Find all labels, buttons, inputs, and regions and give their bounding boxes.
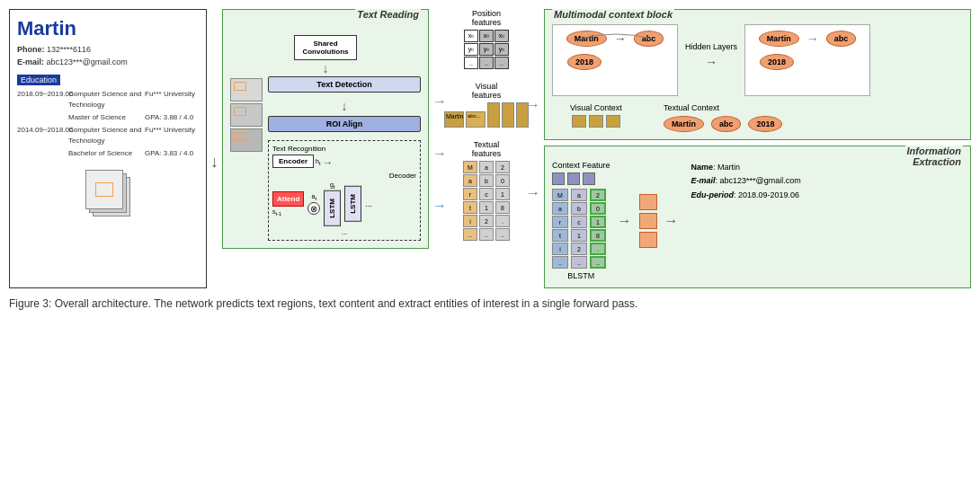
arrow-to-txt: → (432, 198, 447, 214)
vc-sq-3 (606, 115, 620, 128)
tc-node-abc: abc (711, 116, 742, 132)
vis-rect-1 (487, 102, 500, 128)
at-label: at (312, 193, 317, 201)
pos-cell-8: .. (479, 57, 494, 69)
info-extraction-block: Information Extraction Context Feature (544, 146, 971, 288)
arrow-to-multimodal: → (526, 97, 540, 113)
edu-val: : 2018.09-2019.06 (734, 190, 799, 199)
pos-cell-4: y₀ (464, 43, 478, 56)
vc-sq-1 (572, 115, 586, 128)
arrow-down-det: ↓ (268, 99, 421, 113)
textual-features-section: Textual features M a r t i .. a b c 1 (450, 140, 522, 241)
position-features-section: Position features x₀ x₀ x₀ y₀ y₀ y₀ .. .… (450, 9, 522, 69)
node-2018-2: 2018 (760, 54, 794, 70)
phone-label: Phone: (17, 45, 45, 54)
shared-conv-box: Shared Convolutions (294, 35, 357, 60)
position-features-grid: x₀ x₀ x₀ y₀ y₀ y₀ .. .. .. (464, 30, 509, 69)
arrow-hidden: → (705, 55, 717, 69)
output-email: E-mail: abc123***@gmail.com (691, 174, 801, 188)
email-bold: E-mail (691, 176, 716, 185)
blstm-rect-1 (639, 194, 657, 210)
mid-arrows: → → → (432, 9, 447, 288)
blstm-label: BLSTM (552, 271, 610, 280)
arrow-down-1: ↓ (210, 153, 218, 172)
figure-caption-text: Figure 3: Overall architecture. The netw… (9, 297, 637, 310)
figure-caption: Figure 3: Overall architecture. The netw… (9, 296, 971, 312)
edu-table: 2018.09~2019.06 Computer Science and Tec… (17, 89, 199, 159)
hidden-layers-label: Hidden Layers (685, 42, 737, 51)
email-val: : abc123***@gmail.com (716, 176, 801, 185)
visual-context-label: Visual Context (570, 103, 622, 112)
arrow-down-2: ↓ (323, 62, 329, 75)
pos-cell-3: x₀ (494, 30, 509, 42)
ellipsis-lstm: ... (365, 199, 372, 208)
arrow-to-output: → (664, 213, 679, 229)
textual-features-cols: M a r t i .. a b c 1 2 .. (463, 161, 510, 241)
blstm-rect-2 (639, 213, 657, 229)
right-section: Multimodal context block Martin → abc 20… (544, 9, 971, 288)
graph-1: Martin → abc 2018 (552, 24, 678, 96)
edu-row-2: 2014.09~2018.06 Computer Science and Tec… (17, 125, 199, 146)
right-arrows: → → (526, 9, 540, 288)
edu-school-1: Fu*** University (145, 89, 199, 110)
output-edu: Edu-period: 2018.09-2019.06 (691, 189, 801, 202)
node-martin-1: Martin (566, 31, 607, 47)
visual-features-items: Martin abc... (444, 102, 529, 128)
visual-features-section: Visual features Martin abc... (450, 82, 522, 128)
char-col-2: a b c 1 2 .. (571, 189, 587, 269)
txt-col-3: 2 0 1 8 . .. (495, 161, 510, 241)
char-columns: M a r t i .. a b c 1 (552, 189, 610, 269)
edu-degree-2: Computer Science and Technology (68, 125, 143, 146)
name-val: : Martin (713, 163, 740, 172)
cf-squares (552, 172, 610, 185)
pos-cell-5: y₀ (479, 43, 494, 56)
edu-degree-1: Computer Science and Technology (68, 89, 143, 110)
text-recognition-label: Text Recognition (272, 145, 416, 153)
edu-row-1: 2018.09~2019.06 Computer Science and Tec… (17, 89, 199, 110)
attend-box: Attend (272, 191, 304, 207)
pos-cell-9: .. (494, 57, 509, 69)
text-detection-box: Text Detection (268, 76, 421, 93)
visual-context-area: Visual Context (570, 103, 622, 128)
visual-features-label: Visual features (472, 82, 502, 100)
lstm-box-2: LSTM (344, 186, 361, 222)
recognition-block: Text Recognition Encoder ht → Decoder At… (268, 140, 421, 241)
text-reading-block: Text Reading Shared Convolutions ↓ (222, 9, 429, 249)
textual-features-label: Textual features (472, 140, 502, 158)
document-panel: Martin Phone: 132****6116 E-mail: abc123… (9, 9, 207, 288)
input-images (230, 78, 263, 152)
pos-cell-6: y₀ (494, 43, 509, 56)
tc-node-martin: Martin (664, 116, 704, 132)
arrow-martin-abc-2: → (806, 31, 819, 46)
ht-label: ht (316, 158, 321, 166)
char-col-3: 2 0 1 8 . .. (590, 189, 606, 269)
blstm-rect-3 (639, 232, 657, 248)
blstm-blocks (639, 194, 657, 248)
info-extract-title: Information Extraction (905, 146, 964, 167)
arrow-martin-abc-1: → (614, 31, 627, 46)
pos-cell-7: .. (464, 57, 478, 69)
arrow-to-vis: → (432, 146, 447, 162)
lstm-box-1: LSTM (324, 190, 341, 226)
tc-nodes: Martin abc 2018 (664, 116, 963, 132)
email-value: abc123***@gmail.com (47, 57, 128, 66)
vc-sq-2 (589, 115, 603, 128)
textual-context-area: Textual Context Martin abc 2018 (664, 103, 963, 132)
edu-date-1: 2018.09~2019.06 (17, 89, 67, 110)
cf-sq-3 (583, 172, 595, 185)
pos-cell-2: x₀ (479, 30, 494, 42)
email-label: E-mail: (17, 57, 44, 66)
vis-doc-martin: Martin (444, 111, 464, 128)
txt-col-2: a b c 1 2 .. (479, 161, 494, 241)
vc-squares (572, 115, 620, 128)
char-col-1: M a r t i .. (552, 189, 568, 269)
context-feature-label: Context Feature (552, 161, 610, 170)
txt-col-1: M a r t i .. (463, 161, 477, 241)
vis-doc-2: abc... (466, 111, 486, 128)
output-text: Name: Martin E-mail: abc123***@gmail.com… (691, 161, 801, 202)
stacked-docs (85, 170, 130, 219)
doc-title: Martin (17, 17, 199, 40)
multimodal-block: Multimodal context block Martin → abc 20… (544, 9, 971, 140)
name-bold: Name (691, 163, 714, 172)
cf-sq-2 (567, 172, 580, 185)
